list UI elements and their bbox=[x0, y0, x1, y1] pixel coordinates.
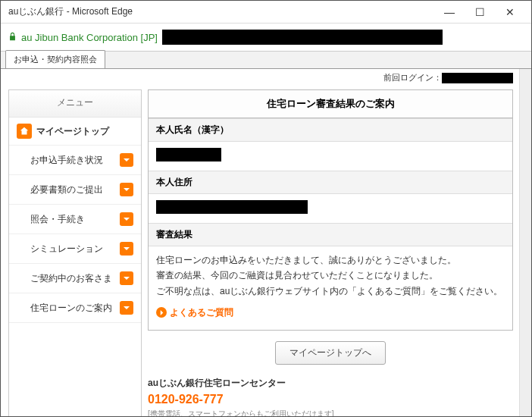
section-result-header: 審査結果 bbox=[149, 223, 512, 246]
sidebar-item-label: マイページトップ bbox=[36, 125, 109, 138]
faq-link-label: よくあるご質問 bbox=[170, 305, 233, 320]
tab-application[interactable]: お申込・契約内容照会 bbox=[5, 50, 105, 68]
content-area: 前回ログイン： メニュー マイページトップ お申込手続き状況 必要書類のご提出 bbox=[1, 69, 531, 417]
result-panel: 住宅ローン審査結果のご案内 本人氏名（漢字） 本人住所 審査結果 住宅ローンのお… bbox=[148, 89, 513, 331]
last-login-label: 前回ログイン： bbox=[383, 73, 442, 82]
back-to-mypage-button[interactable]: マイページトップへ bbox=[275, 341, 386, 365]
sidebar-item-status[interactable]: お申込手続き状況 bbox=[9, 146, 141, 175]
site-identity[interactable]: au Jibun Bank Corporation [JP] bbox=[21, 32, 158, 43]
sidebar-header: メニュー bbox=[9, 90, 141, 118]
sidebar-item-simulation[interactable]: シミュレーション bbox=[9, 234, 141, 264]
page-tabstrip: お申込・契約内容照会 bbox=[1, 51, 531, 69]
center-title: auじぶん銀行住宅ローンセンター bbox=[148, 377, 513, 390]
sidebar-item-label: シミュレーション bbox=[17, 243, 103, 256]
result-line: 住宅ローンのお申込みをいただきまして、誠にありがとうございました。 bbox=[156, 252, 505, 268]
result-line: 審査の結果、今回のご融資は見合わせていただくことになりました。 bbox=[156, 268, 505, 283]
lock-icon bbox=[8, 32, 17, 43]
sidebar: メニュー マイページトップ お申込手続き状況 必要書類のご提出 照会・手続き bbox=[8, 89, 142, 417]
sidebar-item-loan-guide[interactable]: 住宅ローンのご案内 bbox=[9, 293, 141, 323]
sidebar-item-mypage-top[interactable]: マイページトップ bbox=[9, 118, 141, 146]
sidebar-item-label: 必要書類のご提出 bbox=[17, 183, 103, 196]
panel-title: 住宅ローン審査結果のご案内 bbox=[149, 90, 512, 118]
window-titlebar: auじぶん銀行 - Microsoft Edge — ☐ ✕ bbox=[1, 1, 531, 24]
sidebar-item-contracted[interactable]: ご契約中のお客さま bbox=[9, 264, 141, 293]
chevron-down-icon bbox=[120, 242, 133, 256]
sidebar-item-label: ご契約中のお客さま bbox=[17, 272, 112, 285]
sidebar-item-label: 照会・手続き bbox=[17, 213, 85, 226]
home-icon bbox=[17, 124, 32, 139]
name-redacted bbox=[156, 148, 221, 161]
scrollbar[interactable] bbox=[519, 69, 531, 417]
last-login-redacted bbox=[442, 73, 513, 83]
chevron-down-icon bbox=[120, 301, 133, 315]
chevron-down-icon bbox=[120, 271, 133, 285]
address-redacted bbox=[156, 200, 308, 214]
window-minimize-button[interactable]: — bbox=[434, 1, 465, 24]
loan-center-info: auじぶん銀行住宅ローンセンター 0120-926-777 [携帯電話、スマート… bbox=[148, 377, 513, 417]
result-line: ご不明な点は、auじぶん銀行ウェブサイト内の「よくあるご質問」をご覧ください。 bbox=[156, 284, 505, 299]
url-redacted bbox=[162, 30, 443, 45]
sidebar-item-documents[interactable]: 必要書類のご提出 bbox=[9, 175, 141, 205]
center-note: [携帯電話、スマートフォンからもご利用いただけます] bbox=[148, 409, 513, 417]
section-address-header: 本人住所 bbox=[149, 171, 512, 194]
chevron-down-icon bbox=[120, 153, 133, 167]
sidebar-item-inquiry[interactable]: 照会・手続き bbox=[9, 205, 141, 234]
last-login-line: 前回ログイン： bbox=[1, 69, 531, 83]
result-body: 住宅ローンのお申込みをいただきまして、誠にありがとうございました。 審査の結果、… bbox=[149, 246, 512, 330]
section-name-header: 本人氏名（漢字） bbox=[149, 118, 512, 142]
window-close-button[interactable]: ✕ bbox=[495, 1, 525, 24]
window-title: auじぶん銀行 - Microsoft Edge bbox=[8, 5, 434, 18]
address-bar: au Jibun Bank Corporation [JP] bbox=[1, 24, 531, 51]
window-maximize-button[interactable]: ☐ bbox=[465, 1, 495, 24]
chevron-down-icon bbox=[120, 212, 133, 226]
arrow-right-icon bbox=[156, 307, 167, 318]
sidebar-item-label: お申込手続き状況 bbox=[17, 154, 103, 167]
main-column: 住宅ローン審査結果のご案内 本人氏名（漢字） 本人住所 審査結果 住宅ローンのお… bbox=[148, 89, 513, 417]
chevron-down-icon bbox=[120, 183, 133, 196]
faq-link[interactable]: よくあるご質問 bbox=[156, 305, 233, 320]
center-phone: 0120-926-777 bbox=[148, 393, 513, 406]
sidebar-item-label: 住宅ローンのご案内 bbox=[17, 302, 112, 315]
